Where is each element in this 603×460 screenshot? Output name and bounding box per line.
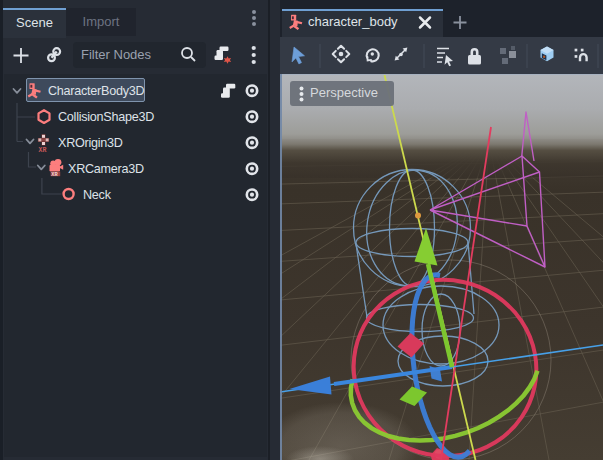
svg-text:XR: XR — [51, 172, 58, 178]
svg-text:XR: XR — [39, 147, 47, 154]
